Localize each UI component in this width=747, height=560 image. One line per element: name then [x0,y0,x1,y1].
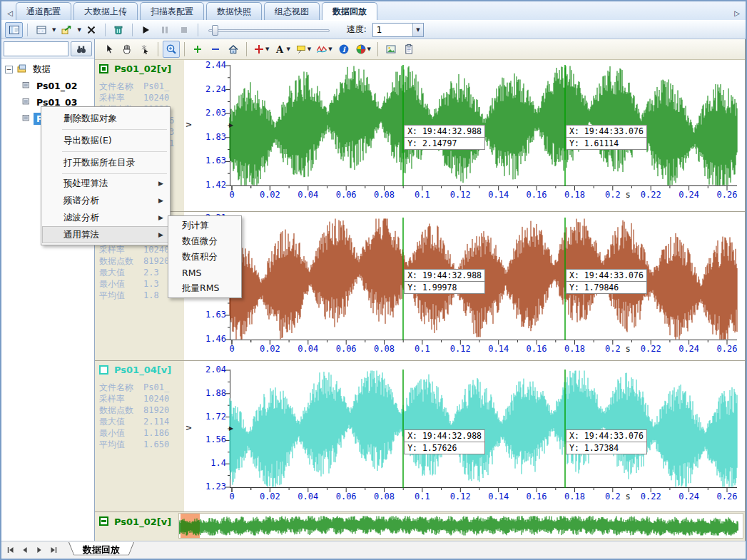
export-data-icon[interactable] [57,22,75,38]
view-layout-icon[interactable] [32,22,50,38]
folder-icon [16,63,27,76]
tab-scroll-right-icon[interactable]: ▷ [731,6,743,20]
tab-扫描表配置[interactable]: 扫描表配置 [140,2,204,20]
channel-checkbox[interactable] [99,64,108,73]
tree-root-data[interactable]: − 数据 [1,61,94,78]
cursor-x-value: X: 19:44:32.988 [404,269,485,282]
overview-checkbox[interactable] [99,516,108,526]
submenu-item-label: 批量RMS [182,282,219,295]
next-page-icon[interactable] [33,544,46,556]
stop-button[interactable] [176,22,193,38]
play-button[interactable] [137,22,155,38]
delete-x-icon[interactable] [83,22,101,38]
info-label: 最大值 [99,267,143,278]
x-tick-label: 0.06 [336,190,357,200]
menu-item-导出数据(E)[interactable]: 导出数据(E) [42,131,169,151]
plot-area[interactable]: ▶00.020.040.060.080.10.120.140.160.180.2… [230,361,736,511]
combo-dropdown-icon[interactable]: ▼ [412,24,423,36]
tree-item-Ps01_02[interactable]: Ps01_02 [1,78,94,94]
pan-marker-icon[interactable]: ▶ [229,122,233,128]
info-label: 平均值 [99,439,143,450]
submenu-item-列计算[interactable]: 列计算 [169,218,240,233]
zoom-in-plus-icon[interactable] [189,41,206,58]
data-object-icon [21,112,31,126]
sheet-tab-datareplay[interactable]: 数据回放 [68,542,134,558]
submenu-item-数值微分[interactable]: 数值微分 [169,233,240,249]
menu-item-预处理算法[interactable]: 预处理算法▶ [42,175,169,192]
pan-hand-icon[interactable] [118,41,136,58]
last-page-icon[interactable] [47,544,60,556]
tab-大数据上传[interactable]: 大数据上传 [73,2,138,20]
cursor-arrow-icon[interactable] [101,41,118,58]
chevron-down-icon[interactable]: ▼ [52,27,56,33]
progress-slider[interactable] [208,24,330,36]
font-a-icon[interactable]: A▼ [272,41,292,58]
chevron-down-icon[interactable]: ▼ [367,46,371,52]
x-axis-unit: s [626,190,631,200]
info-label: 采样率 [99,92,143,103]
info-value: 81920 [143,404,169,416]
tab-scroll-left-icon[interactable]: ◁ [4,6,16,20]
chevron-down-icon[interactable]: ▼ [286,46,290,52]
chart-toolbar: ▼A▼▼▼i▼ [95,39,745,60]
menu-item-频谱分析[interactable]: 频谱分析▶ [42,192,169,209]
cursor-x-value: X: 19:44:32.988 [404,429,485,442]
menu-item-滤波分析[interactable]: 滤波分析▶ [42,209,169,226]
panel-toggle-icon[interactable] [5,22,23,38]
toolbar-separator [105,24,106,36]
curve-style-icon[interactable]: ▼ [314,41,334,58]
submenu-item-批量RMS[interactable]: 批量RMS [169,280,240,296]
info-label: 最小值 [99,427,143,439]
slider-thumb[interactable] [212,25,218,36]
first-page-icon[interactable] [4,544,17,556]
plot-area[interactable]: ▶00.020.040.060.080.10.120.140.160.180.2… [230,60,736,211]
menu-item-打开数据所在目录[interactable]: 打开数据所在目录 [42,153,169,173]
search-input[interactable] [4,41,68,56]
info-value: 10240 [143,393,169,404]
main-toolbar: ▼ ▼ 速度: 1 ▼ [1,20,746,39]
toolbar-separator [198,24,198,36]
point-select-icon[interactable] [136,41,153,58]
report-icon[interactable] [400,41,417,58]
menu-item-通用算法[interactable]: 通用算法▶ [42,226,169,243]
tree-expander-icon[interactable]: − [5,66,13,73]
toolbar-separator [158,42,158,56]
pan-marker-icon[interactable]: ▶ [229,425,233,432]
tab-组态视图[interactable]: 组态视图 [264,2,320,20]
pause-button[interactable] [156,22,174,38]
tree-item-label: Ps01_02 [34,80,80,92]
menu-item-删除数据对象[interactable]: 删除数据对象 [42,108,169,128]
chevron-down-icon[interactable]: ▼ [77,27,81,33]
search-binoculars-icon[interactable] [71,41,92,56]
submenu-item-数值积分[interactable]: 数值积分 [169,249,240,265]
chevron-down-icon[interactable]: ▼ [265,46,269,52]
speed-combobox[interactable]: 1 ▼ [372,23,424,37]
submenu-item-RMS[interactable]: RMS [169,265,240,280]
info-icon[interactable]: i [335,41,352,58]
export-image-icon[interactable] [382,41,400,58]
chevron-down-icon[interactable]: ▼ [308,46,311,52]
plot-area[interactable]: ▶00.020.040.060.080.10.120.140.160.180.2… [230,212,736,360]
tab-数据快照[interactable]: 数据快照 [206,2,262,20]
x-tick-label: 0.14 [488,344,509,354]
info-value: 1.650 [143,439,169,450]
menu-item-label: 通用算法 [63,229,99,241]
cursor-cross-icon[interactable]: ▼ [251,41,271,58]
home-icon[interactable] [225,41,242,58]
tab-通道配置[interactable]: 通道配置 [16,2,71,20]
info-label: 采样率 [99,244,143,255]
zoom-magnifier-icon[interactable] [163,41,180,58]
y-tick-label: 1.4 [186,458,226,468]
channel-checkbox[interactable] [99,365,108,375]
overview-waveform[interactable] [178,513,743,539]
prev-page-icon[interactable] [19,544,31,556]
trash-icon[interactable] [110,22,128,38]
y-tick-label: 1.42 [186,180,226,190]
zoom-out-minus-icon[interactable] [207,41,224,58]
info-label: 最小值 [99,278,143,290]
chevron-down-icon[interactable]: ▼ [328,46,332,52]
pie-chart-icon[interactable]: ▼ [353,41,373,58]
tab-数据回放[interactable]: 数据回放 [322,2,377,20]
info-label: 数据点数 [99,404,143,416]
label-flag-icon[interactable]: ▼ [293,41,313,58]
